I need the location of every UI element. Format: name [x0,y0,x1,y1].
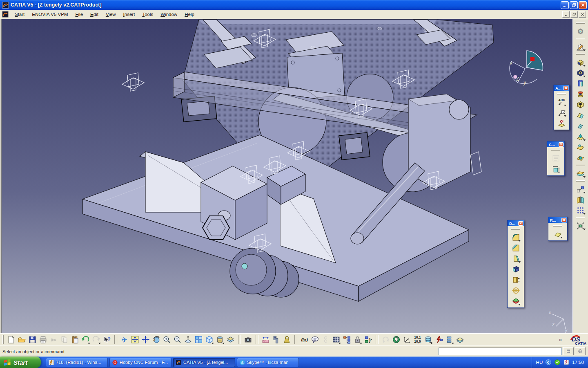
dropdown-arrow-icon[interactable] [518,261,521,263]
3d-model-canvas[interactable]: x Z y x Z y [2,19,572,333]
view-mode-icon[interactable] [225,334,236,345]
taskbar-button-winamp[interactable]: 718. (Radio1) - Wina... [46,358,108,367]
whats-this-icon[interactable]: ? [101,334,112,345]
manipulation-icon[interactable] [391,334,401,345]
design-table-icon[interactable] [331,334,341,345]
close-icon[interactable] [564,86,568,90]
doc-window-button[interactable] [563,347,574,355]
zoom-in-icon[interactable] [161,334,172,345]
dropdown-arrow-icon[interactable] [452,343,454,344]
slot-icon[interactable] [575,121,586,131]
flag-note-icon[interactable] [556,107,567,118]
dropdown-arrow-icon[interactable] [583,229,586,230]
dropdown-arrow-icon[interactable] [560,237,563,238]
groove-icon[interactable] [575,89,586,99]
measure-between-icon[interactable] [260,334,271,345]
mean-dimensions-icon[interactable]: 10,110,0 [412,334,423,345]
plane-icon[interactable] [552,229,563,239]
copy-icon[interactable] [59,334,69,345]
toolbar-constraints-titlebar[interactable]: C... [547,141,564,147]
dropdown-arrow-icon[interactable] [518,240,521,242]
rotate-icon[interactable] [151,334,161,345]
paste-icon[interactable] [69,334,80,345]
redo-icon[interactable] [91,334,101,345]
menu-edit[interactable]: Edit [87,11,102,18]
dropdown-arrow-icon[interactable] [583,176,586,178]
mdi-close-button[interactable] [579,11,586,18]
edge-fillet-icon[interactable] [510,232,521,242]
toolbar-reference-elements[interactable]: R... [548,217,568,241]
sketcher-icon[interactable] [575,41,586,52]
undo-icon[interactable] [80,334,91,345]
dropdown-arrow-icon[interactable] [98,343,101,344]
surface-revolve-icon[interactable] [575,153,586,163]
publications-icon[interactable]: } [363,334,373,345]
menu-file[interactable]: File [72,11,87,18]
dropdown-arrow-icon[interactable] [583,213,586,215]
toolbar-dress-up-titlebar[interactable]: D... [508,220,524,226]
mirror-icon[interactable] [575,194,586,205]
toolbar-reference-titlebar[interactable]: R... [548,217,567,223]
sew-surface-icon[interactable] [575,168,586,179]
language-indicator[interactable]: HU [536,360,543,365]
remove-face-icon[interactable] [510,296,521,306]
update-gear-icon[interactable]: ⚙ [575,26,586,36]
shell-icon[interactable] [510,264,521,274]
knowledge-globe-button[interactable] [575,347,586,355]
toolbar-dress-up-features[interactable]: D... [507,220,524,308]
zoom-out-icon[interactable] [172,334,183,345]
dropdown-arrow-icon[interactable] [583,76,586,77]
mdi-restore-button[interactable] [570,11,578,18]
menu-window[interactable]: Window [157,11,181,18]
save-icon[interactable] [27,334,38,345]
menu-help[interactable]: Help [181,11,198,18]
taskbar-button-skype[interactable]: SSkype™ - kicsa-man [237,358,299,367]
dropdown-arrow-icon[interactable] [339,343,341,344]
dropdown-arrow-icon[interactable] [222,343,225,344]
dropdown-arrow-icon[interactable] [583,192,586,193]
dropdown-arrow-icon[interactable] [430,343,433,344]
dropdown-arrow-icon[interactable] [583,49,586,51]
menu-view[interactable]: View [102,11,120,18]
menu-start[interactable]: Start [11,11,28,18]
text-with-leader-icon[interactable]: ABC [556,96,567,107]
constraints-dialog-icon[interactable] [550,153,561,164]
menu-tools[interactable]: Tools [138,11,157,18]
quick-view-icon[interactable] [193,334,204,345]
rib-icon[interactable] [575,110,586,121]
thickness-icon[interactable] [510,274,521,285]
normal-view-icon[interactable] [183,334,193,345]
pattern-icon[interactable] [575,205,586,215]
listing-icon[interactable] [444,334,454,345]
toolbar-constraints[interactable]: C... [547,141,565,176]
datum-target-icon[interactable] [556,118,567,128]
toolbar-overflow-indicator[interactable]: » [559,337,565,343]
dropdown-arrow-icon[interactable] [212,343,214,344]
chamfer-icon[interactable] [510,242,521,253]
tray-collapse-icon[interactable] [545,359,552,366]
isometric-view-icon[interactable] [204,334,214,345]
render-style-icon[interactable] [214,334,225,345]
title-bar[interactable]: CATIA V5 - [Z tengely v2.CATProduct] [0,0,588,10]
command-input[interactable] [439,348,562,355]
close-button[interactable] [579,1,587,9]
update-icon[interactable] [380,334,391,345]
measure-item-icon[interactable] [271,334,281,345]
exploded-view-icon[interactable] [454,334,465,345]
capture-icon[interactable] [243,334,253,345]
close-icon[interactable] [518,221,523,226]
translate-icon[interactable] [575,184,586,194]
taskbar-button-catia[interactable]: CATIA V5 - [Z tengel... [173,358,235,367]
surface-extrude-icon[interactable] [575,142,586,153]
start-button[interactable]: Start [0,357,41,368]
fly-mode-icon[interactable]: ✈ [119,334,129,345]
product-structure-icon[interactable] [341,334,352,345]
toolbar-grip[interactable] [2,335,4,344]
pad-icon[interactable] [575,57,586,67]
measure-inertia-icon[interactable] [281,334,292,345]
taskbar-button-opera[interactable]: Hobby CNC Fórum - F... [109,358,172,367]
sectioning-icon[interactable] [423,334,433,345]
dropdown-arrow-icon[interactable] [360,343,362,344]
3d-viewport[interactable]: x Z y x Z y A... [2,19,572,333]
dropdown-arrow-icon[interactable] [564,115,566,117]
